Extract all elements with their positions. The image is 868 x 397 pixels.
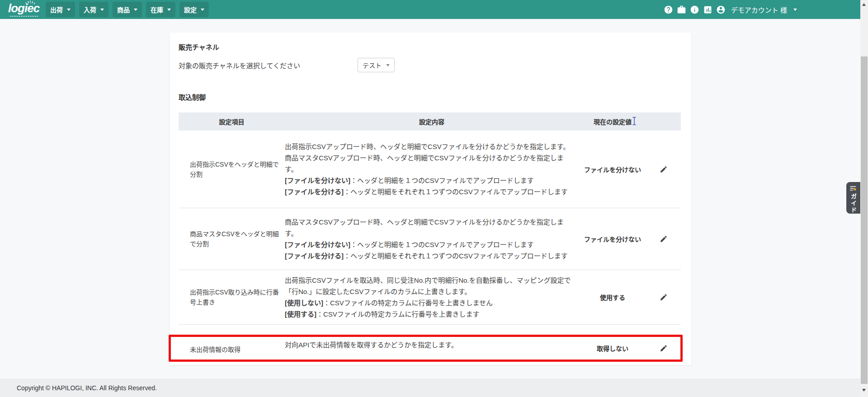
setting-content-text: 商品マスタCSVアップロード時、ヘッダと明細でCSVファイルを分けるかどうかを指… bbox=[285, 216, 579, 262]
logo-text: logiec bbox=[8, 2, 39, 14]
sales-channel-description: 対象の販売チャネルを選択してください bbox=[179, 61, 300, 70]
account-icon[interactable] bbox=[716, 5, 726, 14]
briefcase-icon[interactable] bbox=[677, 5, 686, 14]
header-user-area: デモアカウント 様 bbox=[664, 0, 797, 19]
text-cursor bbox=[632, 117, 637, 126]
copyright-text: Copyright © HAPILOGI, INC. All Rights Re… bbox=[17, 384, 157, 392]
chevron-down-icon bbox=[100, 9, 104, 11]
guide-side-tab[interactable]: ガイド bbox=[846, 182, 860, 214]
import-control-title: 取込制御 bbox=[179, 93, 691, 102]
nav-label: 設定 bbox=[184, 5, 197, 14]
chart-icon[interactable] bbox=[703, 5, 712, 14]
setting-item-text: 出荷指示CSV取り込み時に行番号上書き bbox=[179, 287, 285, 307]
table-row: 未出荷情報の取得 対向APIで未出荷情報を取得するかどうかを指定します。 取得し… bbox=[171, 337, 680, 360]
setting-content-text: 対向APIで未出荷情報を取得するかどうかを指定します。 bbox=[285, 339, 579, 350]
chevron-down-icon[interactable] bbox=[793, 9, 797, 11]
setting-item-text: 商品マスタCSVをヘッダと明細で分割 bbox=[179, 229, 285, 249]
nav-label: 商品 bbox=[117, 5, 130, 14]
vertical-scrollbar[interactable] bbox=[860, 0, 868, 397]
pencil-icon bbox=[660, 165, 668, 173]
nav-item-inventory[interactable]: 在庫 bbox=[146, 2, 175, 17]
nav-item-arrival[interactable]: 入荷 bbox=[79, 2, 108, 17]
chevron-down-icon bbox=[201, 9, 204, 11]
logo-tagline bbox=[10, 16, 38, 17]
edit-button[interactable] bbox=[658, 342, 670, 354]
red-highlight-box: 未出荷情報の取得 対向APIで未出荷情報を取得するかどうかを指定します。 取得し… bbox=[169, 335, 683, 362]
main-nav: 出荷 入荷 商品 在庫 設定 bbox=[46, 2, 209, 17]
pencil-icon bbox=[660, 235, 668, 243]
current-setting-value: 使用する bbox=[579, 293, 646, 302]
sales-channel-select[interactable]: テスト bbox=[358, 58, 395, 72]
import-control-table: 設定項目 設定内容 現在の設定値 出荷指示CSVをヘッダと明細で分割 出荷指示C… bbox=[179, 112, 681, 362]
setting-content-text: 出荷指示CSVアップロード時、ヘッダと明細でCSVファイルを分けるかどうかを指定… bbox=[285, 141, 579, 197]
current-setting-value: ファイルを分けない bbox=[579, 165, 646, 174]
info-icon[interactable] bbox=[690, 5, 699, 14]
current-setting-value: ファイルを分けない bbox=[579, 234, 646, 243]
table-row: 商品マスタCSVをヘッダと明細で分割 商品マスタCSVアップロード時、ヘッダと明… bbox=[179, 208, 681, 270]
nav-item-settings[interactable]: 設定 bbox=[179, 2, 209, 17]
nav-item-shipping[interactable]: 出荷 bbox=[46, 2, 75, 17]
pencil-icon bbox=[660, 293, 668, 301]
nav-label: 入荷 bbox=[84, 5, 96, 14]
chevron-down-icon bbox=[167, 9, 171, 11]
edit-button[interactable] bbox=[658, 233, 670, 245]
sales-channel-row: 対象の販売チャネルを選択してください テスト bbox=[179, 58, 691, 72]
scroll-up-arrow-icon[interactable] bbox=[862, 3, 866, 6]
nav-label: 出荷 bbox=[50, 5, 63, 14]
sales-channel-title: 販売チャネル bbox=[179, 43, 691, 51]
edit-button[interactable] bbox=[658, 291, 670, 303]
column-header-setting-item: 設定項目 bbox=[179, 117, 285, 126]
user-menu-label[interactable]: デモアカウント 様 bbox=[731, 5, 787, 14]
nav-label: 在庫 bbox=[151, 5, 163, 14]
guide-list-icon bbox=[850, 186, 857, 191]
logiec-logo[interactable]: logiec bbox=[6, 0, 42, 19]
settings-card: 販売チャネル 対象の販売チャネルを選択してください テスト 取込制御 設定項目 … bbox=[170, 33, 691, 365]
help-icon[interactable] bbox=[664, 5, 673, 14]
nav-item-products[interactable]: 商品 bbox=[113, 2, 142, 17]
chevron-down-icon bbox=[386, 64, 390, 66]
pencil-icon bbox=[660, 344, 668, 352]
column-header-setting-content: 設定内容 bbox=[285, 117, 579, 126]
guide-dot-icon bbox=[854, 188, 856, 190]
scroll-down-arrow-icon[interactable] bbox=[862, 389, 866, 392]
page-footer: Copyright © HAPILOGI, INC. All Rights Re… bbox=[0, 378, 860, 397]
table-header-row: 設定項目 設定内容 現在の設定値 bbox=[179, 112, 681, 131]
table-row: 出荷指示CSV取り込み時に行番号上書き 出荷指示CSVファイルを取込時、同じ受注… bbox=[179, 270, 681, 325]
top-navigation-bar: logiec 出荷 入荷 商品 在庫 設定 bbox=[0, 0, 860, 19]
chevron-down-icon bbox=[67, 9, 71, 11]
edit-button[interactable] bbox=[658, 163, 670, 175]
setting-content-text: 出荷指示CSVファイルを取込時、同じ受注No.内で明細行No.を自動採番し、マッ… bbox=[285, 275, 579, 320]
current-setting-value: 取得しない bbox=[579, 344, 646, 353]
setting-item-text: 出荷指示CSVをヘッダと明細で分割 bbox=[179, 159, 285, 179]
scrollbar-thumb[interactable] bbox=[861, 56, 868, 384]
chevron-down-icon bbox=[134, 9, 137, 11]
sales-channel-selected-value: テスト bbox=[363, 61, 382, 70]
table-row: 出荷指示CSVをヘッダと明細で分割 出荷指示CSVアップロード時、ヘッダと明細で… bbox=[179, 131, 681, 208]
guide-tab-label: ガイド bbox=[850, 193, 857, 214]
setting-item-text: 未出荷情報の取得 bbox=[179, 345, 285, 355]
